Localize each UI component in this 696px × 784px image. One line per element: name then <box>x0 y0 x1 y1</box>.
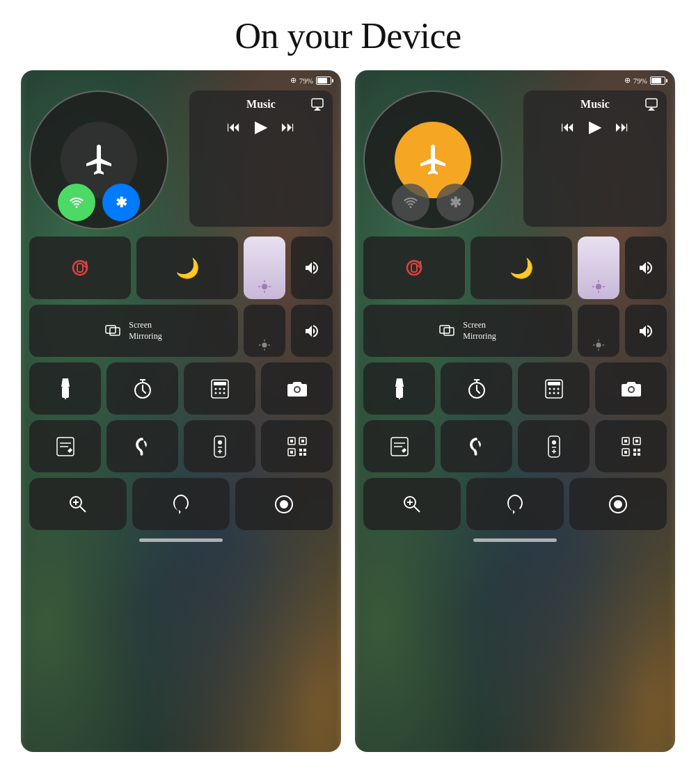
status-bar-left: ⊕ 79% <box>21 70 341 88</box>
flashlight-btn-left[interactable] <box>29 362 101 415</box>
lock-rotation-btn-left[interactable] <box>29 237 131 299</box>
music-title-left: Music <box>246 98 276 111</box>
controls-grid-left: 🌙 <box>21 227 341 530</box>
wifi-btn-right[interactable] <box>392 184 429 221</box>
svg-line-49 <box>80 506 86 512</box>
timer-btn-left[interactable] <box>106 362 178 415</box>
row-mixed-right: 🌙 <box>363 237 667 299</box>
do-not-disturb-btn-left[interactable]: 🌙 <box>136 237 238 299</box>
svg-rect-8 <box>106 326 116 333</box>
svg-rect-47 <box>303 453 306 456</box>
record-btn-right[interactable] <box>569 478 667 530</box>
next-btn-left[interactable]: ⏭ <box>281 119 295 135</box>
battery-fill-left <box>317 78 327 83</box>
svg-point-34 <box>218 440 222 445</box>
svg-rect-44 <box>299 449 302 451</box>
music-header-right: Music <box>532 97 658 111</box>
flashlight-btn-right[interactable] <box>363 362 435 415</box>
qrcode-btn-left[interactable] <box>261 420 333 472</box>
svg-point-64 <box>596 342 601 347</box>
svg-point-79 <box>548 392 551 394</box>
prev-btn-left[interactable]: ⏮ <box>227 119 241 135</box>
play-btn-right[interactable]: ▶ <box>589 117 601 136</box>
svg-point-80 <box>553 392 555 394</box>
calculator-btn-left[interactable] <box>184 362 255 415</box>
svg-point-25 <box>214 392 216 394</box>
status-bar-right: ⊕ 79% <box>355 70 675 88</box>
svg-point-78 <box>557 387 559 390</box>
hearing-btn-left[interactable] <box>106 420 178 472</box>
music-controls-right: ⏮ ▶ ⏭ <box>532 117 658 136</box>
bluetooth-btn-left[interactable]: ✱ <box>102 184 140 221</box>
play-btn-left[interactable]: ▶ <box>255 117 267 136</box>
row-tools1-right <box>363 362 667 415</box>
svg-point-24 <box>223 387 225 390</box>
battery-icon-left <box>316 77 331 85</box>
prev-btn-right[interactable]: ⏮ <box>561 119 575 135</box>
brightness-slider-right[interactable] <box>578 237 619 299</box>
page-wrapper: On your Device ⊕ 79% <box>0 0 696 752</box>
row-mirroring-left: ScreenMirroring <box>29 305 333 357</box>
svg-point-22 <box>214 387 216 390</box>
bluetooth-btn-right[interactable]: ✱ <box>436 184 474 221</box>
do-not-disturb-btn-right[interactable]: 🌙 <box>470 237 572 299</box>
home-bar-right <box>473 538 557 542</box>
notes-btn-right[interactable] <box>363 420 435 472</box>
svg-point-53 <box>280 501 287 508</box>
volume-slider2-left[interactable] <box>291 305 333 357</box>
svg-line-103 <box>414 506 420 512</box>
right-phone-screen: ⊕ 79% <box>355 70 675 752</box>
controls-grid-right: 🌙 <box>355 227 675 530</box>
lock-rotation-btn-right[interactable] <box>363 237 465 299</box>
screen-mirroring-btn-left[interactable]: ScreenMirroring <box>29 305 238 357</box>
battery-fill-right <box>651 78 661 83</box>
row-tools3-right <box>363 478 667 530</box>
airplay-icon-right[interactable] <box>644 97 658 111</box>
music-title-right: Music <box>580 98 610 111</box>
qrcode-btn-right[interactable] <box>595 420 667 472</box>
shazam-btn-right[interactable] <box>466 478 564 530</box>
svg-point-3 <box>262 284 267 289</box>
svg-point-29 <box>295 387 299 392</box>
svg-rect-97 <box>624 451 627 454</box>
svg-rect-62 <box>440 326 450 333</box>
next-btn-right[interactable]: ⏭ <box>615 119 629 135</box>
notes-btn-left[interactable] <box>29 420 101 472</box>
svg-point-27 <box>223 392 225 394</box>
svg-rect-39 <box>290 440 293 442</box>
svg-rect-69 <box>396 387 403 398</box>
svg-rect-9 <box>110 328 120 335</box>
camera-btn-right[interactable] <box>595 362 667 415</box>
calculator-btn-right[interactable] <box>518 362 590 415</box>
magnify-btn-left[interactable] <box>29 478 127 530</box>
brightness-slider2-left[interactable] <box>244 305 285 357</box>
camera-btn-left[interactable] <box>261 362 333 415</box>
remote-btn-left[interactable] <box>184 420 255 472</box>
brightness-slider-left[interactable] <box>244 237 285 299</box>
row-mirroring-right: ScreenMirroring <box>363 305 667 357</box>
location-icon-right: ⊕ <box>624 76 631 85</box>
svg-rect-95 <box>635 440 638 442</box>
svg-point-26 <box>219 392 221 394</box>
remote-btn-right[interactable] <box>518 420 590 472</box>
circle-cluster-left: ✱ <box>29 90 182 223</box>
volume-slider2-right[interactable] <box>625 305 667 357</box>
outer-circle-right: ✱ <box>363 90 503 230</box>
svg-rect-43 <box>290 451 293 454</box>
music-player-left: Music ⏮ ▶ ⏭ <box>189 90 333 227</box>
screen-mirroring-btn-right[interactable]: ScreenMirroring <box>363 305 572 357</box>
wifi-btn-left[interactable] <box>58 184 95 221</box>
volume-slider-left[interactable] <box>291 237 333 299</box>
record-btn-left[interactable] <box>235 478 333 530</box>
page-title: On your Device <box>0 0 696 70</box>
svg-rect-87 <box>548 436 560 457</box>
shazam-btn-left[interactable] <box>132 478 230 530</box>
airplay-icon-left[interactable] <box>310 97 324 111</box>
svg-rect-63 <box>444 328 454 335</box>
hearing-btn-right[interactable] <box>441 420 512 472</box>
volume-slider-right[interactable] <box>625 237 667 299</box>
brightness-slider2-right[interactable] <box>578 305 619 357</box>
svg-point-88 <box>552 440 556 445</box>
magnify-btn-right[interactable] <box>363 478 461 530</box>
timer-btn-right[interactable] <box>441 362 512 415</box>
